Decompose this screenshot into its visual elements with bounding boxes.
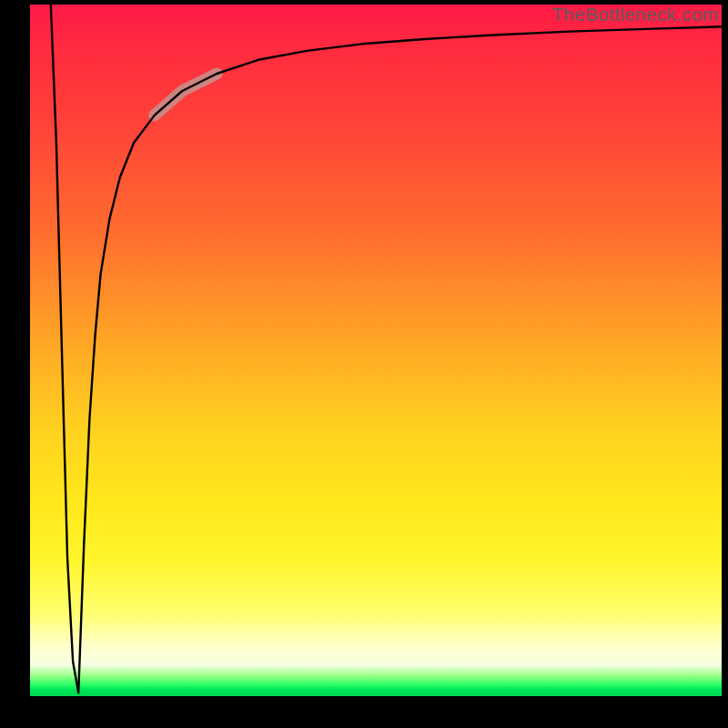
chart-stage: TheBottleneck.com xyxy=(0,0,728,728)
plot-gradient-background xyxy=(30,5,722,696)
watermark-text: TheBottleneck.com xyxy=(552,4,719,25)
